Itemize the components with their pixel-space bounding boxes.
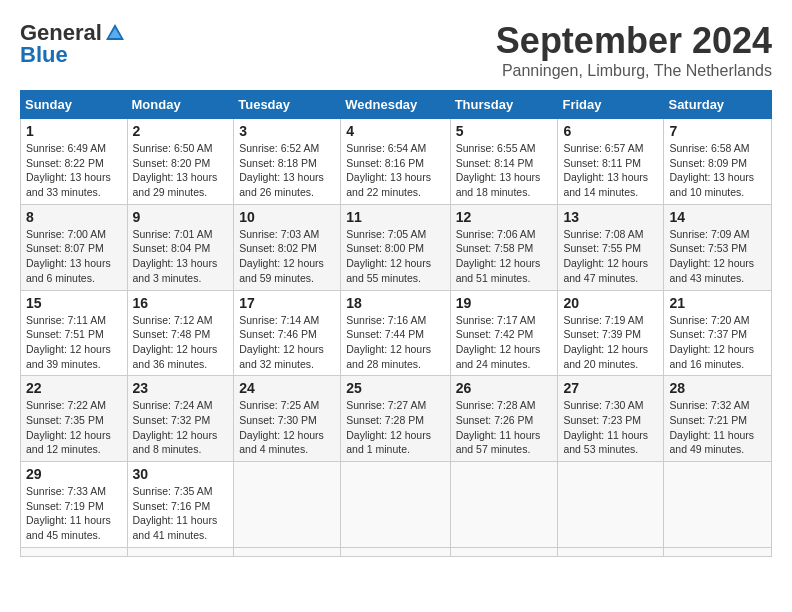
daylight-label: Daylight: 11 hours and 41 minutes. [133,514,218,541]
logo-icon [104,22,126,44]
day-info: Sunrise: 6:50 AM Sunset: 8:20 PM Dayligh… [133,141,229,200]
sunset-label: Sunset: 7:53 PM [669,242,747,254]
day-number: 16 [133,295,229,311]
sunrise-label: Sunrise: 7:16 AM [346,314,426,326]
calendar-cell [664,547,772,556]
sunrise-label: Sunrise: 6:57 AM [563,142,643,154]
calendar-cell [127,547,234,556]
day-number: 6 [563,123,658,139]
sunset-label: Sunset: 7:30 PM [239,414,317,426]
calendar-cell: 10 Sunrise: 7:03 AM Sunset: 8:02 PM Dayl… [234,204,341,290]
sunset-label: Sunset: 8:00 PM [346,242,424,254]
day-number: 4 [346,123,444,139]
sunset-label: Sunset: 7:32 PM [133,414,211,426]
daylight-label: Daylight: 13 hours and 18 minutes. [456,171,541,198]
calendar-cell: 29 Sunrise: 7:33 AM Sunset: 7:19 PM Dayl… [21,462,128,548]
daylight-label: Daylight: 12 hours and 36 minutes. [133,343,218,370]
day-number: 20 [563,295,658,311]
day-number: 1 [26,123,122,139]
sunrise-label: Sunrise: 7:00 AM [26,228,106,240]
sunrise-label: Sunrise: 6:52 AM [239,142,319,154]
calendar-cell: 7 Sunrise: 6:58 AM Sunset: 8:09 PM Dayli… [664,119,772,205]
day-info: Sunrise: 6:52 AM Sunset: 8:18 PM Dayligh… [239,141,335,200]
sunrise-label: Sunrise: 7:19 AM [563,314,643,326]
weekday-header-thursday: Thursday [450,91,558,119]
calendar-cell [341,547,450,556]
weekday-header-friday: Friday [558,91,664,119]
sunset-label: Sunset: 8:22 PM [26,157,104,169]
sunrise-label: Sunrise: 7:27 AM [346,399,426,411]
calendar-cell: 1 Sunrise: 6:49 AM Sunset: 8:22 PM Dayli… [21,119,128,205]
daylight-label: Daylight: 13 hours and 6 minutes. [26,257,111,284]
calendar-cell: 17 Sunrise: 7:14 AM Sunset: 7:46 PM Dayl… [234,290,341,376]
day-number: 28 [669,380,766,396]
sunset-label: Sunset: 8:09 PM [669,157,747,169]
day-number: 13 [563,209,658,225]
day-number: 17 [239,295,335,311]
title-area: September 2024 Panningen, Limburg, The N… [496,20,772,80]
day-number: 18 [346,295,444,311]
calendar-week-row: 15 Sunrise: 7:11 AM Sunset: 7:51 PM Dayl… [21,290,772,376]
calendar-cell: 6 Sunrise: 6:57 AM Sunset: 8:11 PM Dayli… [558,119,664,205]
logo: General Blue [20,20,126,68]
day-number: 2 [133,123,229,139]
calendar-cell [450,462,558,548]
weekday-header-wednesday: Wednesday [341,91,450,119]
sunset-label: Sunset: 7:37 PM [669,328,747,340]
sunrise-label: Sunrise: 7:09 AM [669,228,749,240]
day-info: Sunrise: 7:20 AM Sunset: 7:37 PM Dayligh… [669,313,766,372]
sunset-label: Sunset: 7:23 PM [563,414,641,426]
day-info: Sunrise: 7:24 AM Sunset: 7:32 PM Dayligh… [133,398,229,457]
sunset-label: Sunset: 7:16 PM [133,500,211,512]
day-info: Sunrise: 7:32 AM Sunset: 7:21 PM Dayligh… [669,398,766,457]
calendar-cell: 28 Sunrise: 7:32 AM Sunset: 7:21 PM Dayl… [664,376,772,462]
sunset-label: Sunset: 7:48 PM [133,328,211,340]
calendar-cell: 16 Sunrise: 7:12 AM Sunset: 7:48 PM Dayl… [127,290,234,376]
sunrise-label: Sunrise: 7:24 AM [133,399,213,411]
day-info: Sunrise: 7:25 AM Sunset: 7:30 PM Dayligh… [239,398,335,457]
calendar-cell: 13 Sunrise: 7:08 AM Sunset: 7:55 PM Dayl… [558,204,664,290]
day-info: Sunrise: 7:11 AM Sunset: 7:51 PM Dayligh… [26,313,122,372]
daylight-label: Daylight: 12 hours and 55 minutes. [346,257,431,284]
calendar-week-row: 8 Sunrise: 7:00 AM Sunset: 8:07 PM Dayli… [21,204,772,290]
calendar-cell [450,547,558,556]
sunset-label: Sunset: 8:07 PM [26,242,104,254]
day-number: 9 [133,209,229,225]
daylight-label: Daylight: 13 hours and 33 minutes. [26,171,111,198]
weekday-header-sunday: Sunday [21,91,128,119]
day-number: 11 [346,209,444,225]
sunset-label: Sunset: 7:55 PM [563,242,641,254]
day-number: 5 [456,123,553,139]
calendar-cell: 26 Sunrise: 7:28 AM Sunset: 7:26 PM Dayl… [450,376,558,462]
daylight-label: Daylight: 12 hours and 28 minutes. [346,343,431,370]
daylight-label: Daylight: 13 hours and 10 minutes. [669,171,754,198]
daylight-label: Daylight: 12 hours and 51 minutes. [456,257,541,284]
calendar-cell [21,547,128,556]
daylight-label: Daylight: 12 hours and 1 minute. [346,429,431,456]
calendar-cell: 20 Sunrise: 7:19 AM Sunset: 7:39 PM Dayl… [558,290,664,376]
day-number: 29 [26,466,122,482]
day-info: Sunrise: 7:28 AM Sunset: 7:26 PM Dayligh… [456,398,553,457]
sunset-label: Sunset: 7:19 PM [26,500,104,512]
calendar-cell: 3 Sunrise: 6:52 AM Sunset: 8:18 PM Dayli… [234,119,341,205]
day-info: Sunrise: 6:54 AM Sunset: 8:16 PM Dayligh… [346,141,444,200]
day-number: 25 [346,380,444,396]
sunrise-label: Sunrise: 6:49 AM [26,142,106,154]
day-number: 14 [669,209,766,225]
calendar-cell: 4 Sunrise: 6:54 AM Sunset: 8:16 PM Dayli… [341,119,450,205]
day-number: 30 [133,466,229,482]
calendar-cell: 27 Sunrise: 7:30 AM Sunset: 7:23 PM Dayl… [558,376,664,462]
calendar-week-row [21,547,772,556]
daylight-label: Daylight: 12 hours and 32 minutes. [239,343,324,370]
daylight-label: Daylight: 12 hours and 59 minutes. [239,257,324,284]
day-info: Sunrise: 7:03 AM Sunset: 8:02 PM Dayligh… [239,227,335,286]
sunrise-label: Sunrise: 7:20 AM [669,314,749,326]
day-info: Sunrise: 7:22 AM Sunset: 7:35 PM Dayligh… [26,398,122,457]
day-info: Sunrise: 7:16 AM Sunset: 7:44 PM Dayligh… [346,313,444,372]
sunrise-label: Sunrise: 6:50 AM [133,142,213,154]
calendar-cell: 25 Sunrise: 7:27 AM Sunset: 7:28 PM Dayl… [341,376,450,462]
sunrise-label: Sunrise: 6:55 AM [456,142,536,154]
day-info: Sunrise: 7:09 AM Sunset: 7:53 PM Dayligh… [669,227,766,286]
day-number: 3 [239,123,335,139]
daylight-label: Daylight: 12 hours and 16 minutes. [669,343,754,370]
